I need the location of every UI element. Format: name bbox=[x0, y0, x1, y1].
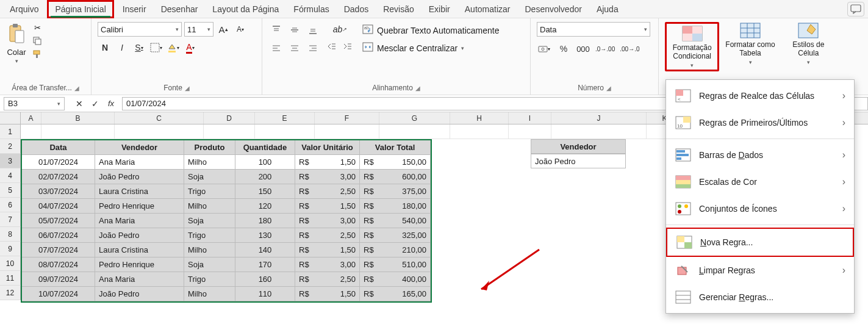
table-cell[interactable]: 150 bbox=[235, 184, 295, 199]
table-header[interactable]: Quantidade bbox=[235, 140, 295, 155]
data-table[interactable]: DataVendedorProdutoQuantidadeValor Unitá… bbox=[21, 139, 432, 303]
table-cell[interactable]: R$3,00 bbox=[295, 214, 360, 228]
underline-button[interactable]: S ▾ bbox=[132, 40, 146, 55]
select-all-corner[interactable] bbox=[0, 112, 21, 124]
name-box[interactable]: B3▾ bbox=[4, 97, 65, 110]
table-cell[interactable]: Milho bbox=[184, 155, 235, 170]
cf-highlight-rules[interactable]: < Regras de Realce das Células › bbox=[666, 82, 854, 109]
table-cell[interactable]: R$165,00 bbox=[360, 287, 431, 301]
comma-icon[interactable]: 000 bbox=[576, 41, 590, 56]
conditional-formatting-button[interactable]: Formatação Condicional ▾ bbox=[665, 22, 719, 71]
table-cell[interactable]: Laura Cristina bbox=[95, 243, 184, 257]
cut-icon[interactable]: ✂ bbox=[32, 22, 43, 33]
decrease-indent-icon[interactable] bbox=[325, 39, 339, 54]
font-size-combo[interactable]: 11▾ bbox=[184, 22, 213, 37]
table-cell[interactable]: R$180,00 bbox=[360, 199, 431, 214]
menu-fórmulas[interactable]: Fórmulas bbox=[287, 2, 335, 16]
cf-new-rule[interactable]: Nova Regra... bbox=[666, 228, 854, 257]
table-header[interactable]: Valor Total bbox=[360, 140, 431, 155]
fill-color-button[interactable]: ▾ bbox=[166, 40, 181, 55]
row-header-3[interactable]: 3 bbox=[0, 154, 21, 168]
table-cell[interactable]: 05/07/2024 bbox=[22, 214, 95, 228]
menu-inserir[interactable]: Inserir bbox=[117, 2, 152, 16]
border-button[interactable]: ▾ bbox=[149, 40, 163, 55]
table-cell[interactable]: Milho bbox=[184, 287, 235, 301]
table-cell[interactable]: Ana Maria bbox=[95, 272, 184, 287]
table-cell[interactable]: 04/07/2024 bbox=[22, 199, 95, 214]
increase-indent-icon[interactable] bbox=[340, 39, 355, 54]
wrap-text-button[interactable]: ab Quebrar Texto Automaticamente bbox=[362, 24, 500, 36]
comments-icon[interactable] bbox=[847, 2, 864, 16]
increase-decimal-icon[interactable]: .0→.00 bbox=[595, 41, 615, 56]
decrease-font-icon[interactable]: A▾ bbox=[233, 22, 248, 37]
table-cell[interactable]: 100 bbox=[235, 155, 295, 170]
row-header-9[interactable]: 9 bbox=[0, 242, 21, 256]
menu-revisão[interactable]: Revisão bbox=[377, 2, 420, 16]
table-cell[interactable]: 10/07/2024 bbox=[22, 287, 95, 301]
table-cell[interactable]: R$2,50 bbox=[295, 184, 360, 199]
table-cell[interactable]: 01/07/2024 bbox=[22, 155, 95, 170]
col-header-D[interactable]: D bbox=[204, 112, 255, 124]
table-cell[interactable]: 02/07/2024 bbox=[22, 170, 95, 184]
table-cell[interactable]: 08/07/2024 bbox=[22, 257, 95, 272]
menu-ajuda[interactable]: Ajuda bbox=[590, 2, 625, 16]
table-cell[interactable]: R$1,50 bbox=[295, 287, 360, 301]
menu-automatizar[interactable]: Automatizar bbox=[459, 2, 517, 16]
table-cell[interactable]: 120 bbox=[235, 199, 295, 214]
menu-desenvolvedor[interactable]: Desenvolvedor bbox=[518, 2, 587, 16]
menu-layout-da-página[interactable]: Layout da Página bbox=[206, 2, 285, 16]
table-cell[interactable]: Milho bbox=[184, 199, 235, 214]
table-cell[interactable]: 06/07/2024 bbox=[22, 228, 95, 243]
filter-table[interactable]: Vendedor João Pedro bbox=[531, 139, 626, 168]
currency-icon[interactable]: ▾ bbox=[537, 41, 551, 56]
dialog-launcher-icon[interactable]: ◢ bbox=[74, 85, 79, 92]
table-cell[interactable]: Ana Maria bbox=[95, 214, 184, 228]
table-cell[interactable]: João Pedro bbox=[95, 287, 184, 301]
table-cell[interactable]: 09/07/2024 bbox=[22, 272, 95, 287]
align-right-icon[interactable] bbox=[305, 40, 321, 56]
row-header-10[interactable]: 10 bbox=[0, 256, 21, 271]
cf-clear-rules[interactable]: Limpar Regras › bbox=[666, 257, 854, 284]
cf-top-bottom-rules[interactable]: 10 Regras de Primeiros/Últimos › bbox=[666, 109, 854, 136]
table-cell[interactable]: R$1,50 bbox=[295, 155, 360, 170]
table-cell[interactable]: Pedro Henrique bbox=[95, 257, 184, 272]
table-cell[interactable]: R$1,50 bbox=[295, 243, 360, 257]
percent-icon[interactable]: % bbox=[556, 41, 571, 56]
italic-button[interactable]: I bbox=[115, 40, 129, 55]
col-header-C[interactable]: C bbox=[115, 112, 204, 124]
table-cell[interactable]: R$375,00 bbox=[360, 184, 431, 199]
cf-manage-rules[interactable]: Gerenciar Regras... bbox=[666, 284, 854, 311]
row-header-6[interactable]: 6 bbox=[0, 198, 21, 212]
table-cell[interactable]: R$2,50 bbox=[295, 272, 360, 287]
increase-font-icon[interactable]: A▴ bbox=[216, 22, 231, 37]
paste-button[interactable]: Colar ▾ bbox=[6, 22, 27, 64]
col-header-F[interactable]: F bbox=[315, 112, 379, 124]
col-header-E[interactable]: E bbox=[255, 112, 315, 124]
row-header-4[interactable]: 4 bbox=[0, 168, 21, 183]
cancel-formula-icon[interactable]: ✕ bbox=[72, 96, 87, 111]
row-header-8[interactable]: 8 bbox=[0, 227, 21, 242]
align-top-icon[interactable] bbox=[268, 22, 284, 38]
align-left-icon[interactable] bbox=[268, 40, 284, 56]
format-as-table-button[interactable]: Formatar como Tabela ▾ bbox=[723, 22, 777, 65]
table-header[interactable]: Data bbox=[22, 140, 95, 155]
row-header-11[interactable]: 11 bbox=[0, 271, 21, 286]
table-cell[interactable]: 170 bbox=[235, 257, 295, 272]
table-cell[interactable]: Soja bbox=[184, 257, 235, 272]
merge-center-button[interactable]: Mesclar e Centralizar ▾ bbox=[362, 42, 500, 54]
menu-exibir[interactable]: Exibir bbox=[423, 2, 456, 16]
table-cell[interactable]: 140 bbox=[235, 243, 295, 257]
confirm-formula-icon[interactable]: ✓ bbox=[88, 96, 102, 111]
cf-icon-sets[interactable]: Conjuntos de Ícones › bbox=[666, 195, 854, 222]
fx-icon[interactable]: fx bbox=[104, 96, 118, 111]
font-color-button[interactable]: A▾ bbox=[183, 40, 198, 55]
col-header-H[interactable]: H bbox=[450, 112, 509, 124]
menu-arquivo[interactable]: Arquivo bbox=[4, 2, 45, 16]
menu-desenhar[interactable]: Desenhar bbox=[155, 2, 204, 16]
table-header[interactable]: Produto bbox=[184, 140, 235, 155]
col-header-J[interactable]: J bbox=[551, 112, 647, 124]
table-cell[interactable]: R$150,00 bbox=[360, 155, 431, 170]
table-cell[interactable]: 180 bbox=[235, 214, 295, 228]
dialog-launcher-icon[interactable]: ◢ bbox=[606, 85, 611, 92]
table-cell[interactable]: Soja bbox=[184, 214, 235, 228]
